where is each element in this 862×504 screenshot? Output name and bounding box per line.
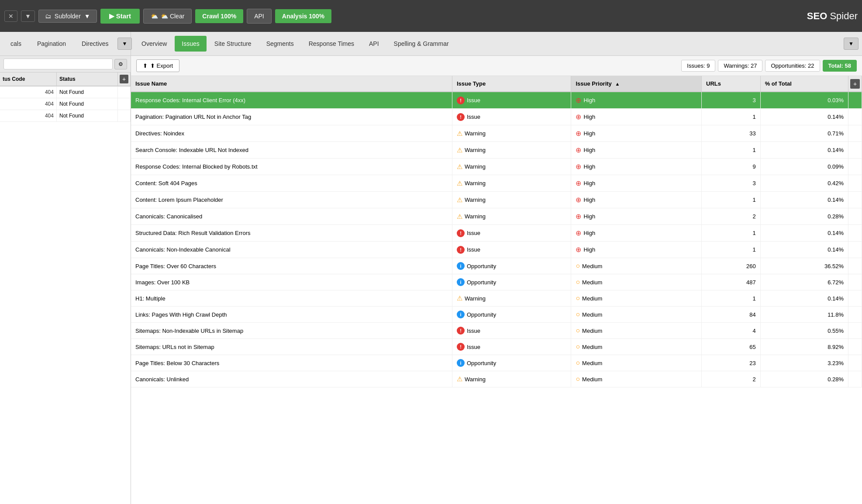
urls-cell: 1 <box>702 290 761 307</box>
left-panel: ⚙ tus Code Status + 404 Not Found 404 <box>0 56 131 504</box>
urls-cell: 1 <box>702 142 761 159</box>
issue-priority-badge: ⊕ High <box>576 229 595 237</box>
start-button[interactable]: ▶ Start <box>100 9 140 24</box>
table-row[interactable]: Content: Lorem Ipsum Placeholder ⚠ Warni… <box>131 192 862 208</box>
urls-cell: 1 <box>702 225 761 242</box>
tab-site-structure[interactable]: Site Structure <box>207 36 259 52</box>
clear-button[interactable]: ⛅ ⛅ Clear <box>143 9 192 24</box>
add-column-button[interactable]: + <box>120 75 128 83</box>
table-row[interactable]: Images: Over 100 KB i Opportunity ○ Medi… <box>131 274 862 290</box>
issue-type-badge: ⚠ Warning <box>457 146 486 154</box>
col-add-header: + <box>118 72 131 86</box>
tab-pagination[interactable]: Pagination <box>30 36 73 52</box>
col-issue-type[interactable]: Issue Type <box>452 76 571 92</box>
urls-cell: 487 <box>702 274 761 290</box>
table-row[interactable]: Content: Soft 404 Pages ⚠ Warning ⊕ High… <box>131 175 862 192</box>
issue-type-cell: i Opportunity <box>452 307 571 323</box>
table-row[interactable]: Directives: Noindex ⚠ Warning ⊕ High 33 … <box>131 125 862 142</box>
status-cell: Not Found <box>56 98 117 110</box>
urls-cell: 4 <box>702 323 761 339</box>
issue-priority-badge: ⊕ High <box>576 162 595 171</box>
issue-name-cell: H1: Multiple <box>131 290 452 307</box>
urls-cell: 84 <box>702 307 761 323</box>
left-panel-tabs: cals Pagination Directives ▼ <box>0 32 131 55</box>
table-row[interactable]: Canonicals: Unlinked ⚠ Warning ○ Medium … <box>131 371 862 387</box>
subfolder-icon: 🗂 <box>45 13 51 20</box>
issue-priority-badge: ⊕ High <box>576 212 595 221</box>
col-pct-total[interactable]: % of Total <box>760 76 848 92</box>
tab-segments[interactable]: Segments <box>259 36 301 52</box>
tab-issues[interactable]: Issues <box>175 36 206 52</box>
issue-priority-cell: ⊕ High <box>571 175 702 192</box>
pct-cell: 0.71% <box>760 125 848 142</box>
issue-type-badge: ⚠ Warning <box>457 294 486 302</box>
issue-type-cell: ⚠ Warning <box>452 192 571 208</box>
export-button[interactable]: ⬆ ⬆ Export <box>136 59 179 72</box>
analysis-button[interactable]: Analysis 100% <box>275 9 331 23</box>
table-row[interactable]: Canonicals: Non-Indexable Canonical ! Is… <box>131 242 862 258</box>
table-row[interactable]: Sitemaps: Non-Indexable URLs in Sitemap … <box>131 323 862 339</box>
pct-cell: 6.72% <box>760 274 848 290</box>
close-button[interactable]: ✕ <box>4 10 17 22</box>
issue-type-badge: ! Issue <box>457 97 480 104</box>
tab-api[interactable]: API <box>362 36 386 52</box>
issue-type-cell: ! Issue <box>452 92 571 109</box>
warnings-count-badge: Warnings: 27 <box>718 60 762 72</box>
left-tabs-dropdown[interactable]: ▼ <box>117 38 132 50</box>
table-row[interactable]: Page Titles: Below 30 Characters i Oppor… <box>131 355 862 371</box>
filter-button[interactable]: ⚙ <box>114 59 127 69</box>
issue-type-cell: i Opportunity <box>452 274 571 290</box>
issue-priority-cell: ⊕ High <box>571 125 702 142</box>
table-row[interactable]: 404 Not Found <box>0 98 131 110</box>
issue-type-badge: ⚠ Warning <box>457 196 486 204</box>
urls-cell: 2 <box>702 371 761 387</box>
table-row[interactable]: Canonicals: Canonicalised ⚠ Warning ⊕ Hi… <box>131 208 862 225</box>
col-issue-name[interactable]: Issue Name <box>131 76 452 92</box>
col-issue-priority[interactable]: Issue Priority ▲ <box>571 76 702 92</box>
tab-response-times[interactable]: Response Times <box>302 36 361 52</box>
pct-cell: 0.14% <box>760 290 848 307</box>
table-row[interactable]: Pagination: Pagination URL Not in Anchor… <box>131 109 862 125</box>
subfolder-button[interactable]: 🗂 Subfolder ▼ <box>38 10 97 23</box>
add-column-right-button[interactable]: + <box>850 79 860 89</box>
col-urls[interactable]: URLs <box>702 76 761 92</box>
pct-cell: 3.23% <box>760 355 848 371</box>
export-icon: ⬆ <box>143 62 148 69</box>
col-status-code[interactable]: tus Code <box>0 72 56 86</box>
search-input[interactable] <box>3 59 113 69</box>
issue-name-cell: Response Codes: Internal Blocked by Robo… <box>131 159 452 175</box>
urls-cell: 3 <box>702 92 761 109</box>
issue-type-badge: i Opportunity <box>457 278 496 286</box>
table-row[interactable]: Structured Data: Rich Result Validation … <box>131 225 862 242</box>
table-row[interactable]: Page Titles: Over 60 Characters i Opport… <box>131 258 862 274</box>
issue-priority-badge: ⊕ High <box>576 146 595 154</box>
issue-name-cell: Pagination: Pagination URL Not in Anchor… <box>131 109 452 125</box>
pct-cell: 0.55% <box>760 323 848 339</box>
tab-overview[interactable]: Overview <box>134 36 174 52</box>
issue-type-badge: ! Issue <box>457 229 480 237</box>
issue-priority-cell: ○ Medium <box>571 323 702 339</box>
table-row[interactable]: 404 Not Found <box>0 86 131 98</box>
table-row[interactable]: Response Codes: Internal Blocked by Robo… <box>131 159 862 175</box>
issue-type-badge: ⚠ Warning <box>457 130 486 138</box>
subfolder-label: Subfolder <box>55 13 81 20</box>
issue-type-badge: ! Issue <box>457 246 480 254</box>
issue-name-cell: Response Codes: Internal Client Error (4… <box>131 92 452 109</box>
table-row[interactable]: Links: Pages With High Crawl Depth i Opp… <box>131 307 862 323</box>
table-row[interactable]: 404 Not Found <box>0 110 131 122</box>
table-row[interactable]: Search Console: Indexable URL Not Indexe… <box>131 142 862 159</box>
main-layout: ⚙ tus Code Status + 404 Not Found 404 <box>0 56 862 504</box>
window-dropdown-button[interactable]: ▼ <box>21 10 35 22</box>
urls-cell: 1 <box>702 109 761 125</box>
secondary-nav-dropdown[interactable]: ▼ <box>844 38 859 50</box>
col-status[interactable]: Status <box>56 72 117 86</box>
table-row[interactable]: Response Codes: Internal Client Error (4… <box>131 92 862 109</box>
table-row[interactable]: Sitemaps: URLs not in Sitemap ! Issue ○ … <box>131 339 862 355</box>
tab-directives[interactable]: Directives <box>75 36 115 52</box>
analysis-label: Analysis 100% <box>282 13 324 20</box>
tab-cals[interactable]: cals <box>3 36 28 52</box>
table-row[interactable]: H1: Multiple ⚠ Warning ○ Medium 1 0.14% <box>131 290 862 307</box>
tab-spelling-grammar[interactable]: Spelling & Grammar <box>387 36 456 52</box>
api-button[interactable]: API <box>247 9 272 24</box>
crawl-button[interactable]: Crawl 100% <box>195 9 243 23</box>
